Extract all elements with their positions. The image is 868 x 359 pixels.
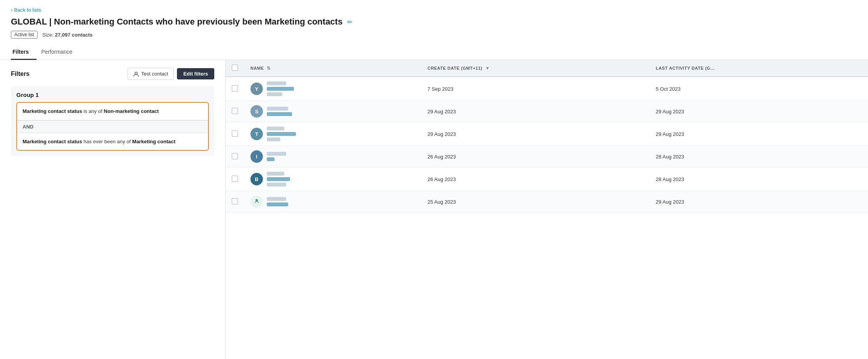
table-row: T29 Aug 202329 Aug 2023 xyxy=(226,122,868,146)
content-area: Filters Test contact Edit filters Group … xyxy=(0,60,868,359)
edit-title-icon[interactable]: ✏ xyxy=(347,18,352,26)
row-last-activity: 29 Aug 2023 xyxy=(649,191,868,213)
page-title: GLOBAL | Non-marketing Contacts who have… xyxy=(11,17,343,27)
row-create-date: 26 Aug 2023 xyxy=(421,167,649,191)
th-last-activity: LAST ACTIVITY DATE (G… xyxy=(649,60,868,77)
filter-item-2: Marketing contact status has ever been a… xyxy=(17,133,208,150)
row-create-date: 25 Aug 2023 xyxy=(421,191,649,213)
table-header-row: NAME ⇅ CREATE DATE (GMT+11) ▼ LAST ACTIV… xyxy=(226,60,868,77)
row-name-cell: T xyxy=(244,122,421,146)
row-checkbox[interactable] xyxy=(232,130,238,137)
svg-point-2 xyxy=(256,200,257,201)
row-checkbox[interactable] xyxy=(232,153,238,159)
name-blocks xyxy=(267,81,294,96)
avatar: B xyxy=(250,173,263,185)
back-to-lists-label: Back to lists xyxy=(14,7,41,13)
filters-actions: Test contact Edit filters xyxy=(128,68,214,80)
name-blocks xyxy=(267,152,286,161)
avatar xyxy=(250,195,263,208)
table-row: S29 Aug 202329 Aug 2023 xyxy=(226,101,868,122)
tab-filters[interactable]: Filters xyxy=(11,45,37,60)
avatar: I xyxy=(250,150,263,163)
row-checkbox[interactable] xyxy=(232,176,238,182)
name-blocks xyxy=(267,172,290,187)
filters-panel: Filters Test contact Edit filters Group … xyxy=(0,60,226,359)
row-checkbox[interactable] xyxy=(232,108,238,114)
name-blocks xyxy=(267,127,296,141)
page-container: ‹ Back to lists GLOBAL | Non-marketing C… xyxy=(0,0,868,359)
row-create-date: 29 Aug 2023 xyxy=(421,101,649,122)
row-checkbox[interactable] xyxy=(232,85,238,92)
table-row: 25 Aug 202329 Aug 2023 xyxy=(226,191,868,213)
filter-group-box: Marketing contact status is any of Non-m… xyxy=(16,102,209,151)
name-blocks xyxy=(267,107,292,116)
group-container: Group 1 Marketing contact status is any … xyxy=(11,86,214,156)
tabs-bar: Filters Performance xyxy=(0,45,868,60)
row-checkbox-cell xyxy=(226,146,244,167)
row-name-cell: S xyxy=(244,101,421,122)
size-value: 27,097 contacts xyxy=(55,32,93,38)
and-separator: AND xyxy=(17,120,208,133)
row-last-activity: 28 Aug 2023 xyxy=(649,167,868,191)
select-all-checkbox[interactable] xyxy=(232,65,238,71)
row-name-cell xyxy=(244,191,421,213)
filters-heading: Filters xyxy=(11,70,30,77)
back-to-lists-link[interactable]: ‹ Back to lists xyxy=(11,7,857,13)
size-label: Size: 27,097 contacts xyxy=(42,32,93,38)
name-blocks xyxy=(267,197,288,206)
name-sort-icon[interactable]: ⇅ xyxy=(267,66,271,71)
avatar: Y xyxy=(250,83,263,95)
svg-point-1 xyxy=(253,198,261,206)
svg-point-0 xyxy=(135,72,137,74)
title-row: GLOBAL | Non-marketing Contacts who have… xyxy=(11,17,857,27)
th-create-date: CREATE DATE (GMT+11) ▼ xyxy=(421,60,649,77)
chevron-left-icon: ‹ xyxy=(11,7,12,13)
table-row: Y7 Sep 20235 Oct 2023 xyxy=(226,77,868,101)
th-checkbox xyxy=(226,60,244,77)
meta-row: Active list Size: 27,097 contacts xyxy=(11,31,857,39)
group-title: Group 1 xyxy=(16,92,209,98)
row-checkbox-cell xyxy=(226,167,244,191)
row-last-activity: 29 Aug 2023 xyxy=(649,122,868,146)
edit-filters-button[interactable]: Edit filters xyxy=(177,68,214,79)
row-checkbox[interactable] xyxy=(232,198,238,204)
row-last-activity: 5 Oct 2023 xyxy=(649,77,868,101)
table-panel: NAME ⇅ CREATE DATE (GMT+11) ▼ LAST ACTIV… xyxy=(226,60,868,359)
table-row: B26 Aug 202328 Aug 2023 xyxy=(226,167,868,191)
table-body: Y7 Sep 20235 Oct 2023S29 Aug 202329 Aug … xyxy=(226,77,868,213)
test-contact-icon xyxy=(133,71,139,77)
filter-item-1: Marketing contact status is any of Non-m… xyxy=(17,103,208,120)
row-checkbox-cell xyxy=(226,122,244,146)
tab-performance[interactable]: Performance xyxy=(40,45,80,60)
row-create-date: 29 Aug 2023 xyxy=(421,122,649,146)
avatar: T xyxy=(250,128,263,140)
row-name-cell: B xyxy=(244,167,421,191)
header: ‹ Back to lists GLOBAL | Non-marketing C… xyxy=(0,0,868,45)
create-date-sort-icon[interactable]: ▼ xyxy=(485,66,490,70)
test-contact-button[interactable]: Test contact xyxy=(128,68,174,80)
row-create-date: 7 Sep 2023 xyxy=(421,77,649,101)
row-last-activity: 29 Aug 2023 xyxy=(649,101,868,122)
contacts-table: NAME ⇅ CREATE DATE (GMT+11) ▼ LAST ACTIV… xyxy=(226,60,868,213)
row-checkbox-cell xyxy=(226,191,244,213)
filters-panel-header: Filters Test contact Edit filters xyxy=(11,68,214,80)
row-create-date: 26 Aug 2023 xyxy=(421,146,649,167)
active-list-badge: Active list xyxy=(11,31,38,39)
avatar: S xyxy=(250,105,263,118)
row-last-activity: 28 Aug 2023 xyxy=(649,146,868,167)
th-name: NAME ⇅ xyxy=(244,60,421,77)
row-name-cell: I xyxy=(244,146,421,167)
table-row: I26 Aug 202328 Aug 2023 xyxy=(226,146,868,167)
row-name-cell: Y xyxy=(244,77,421,101)
row-checkbox-cell xyxy=(226,77,244,101)
row-checkbox-cell xyxy=(226,101,244,122)
